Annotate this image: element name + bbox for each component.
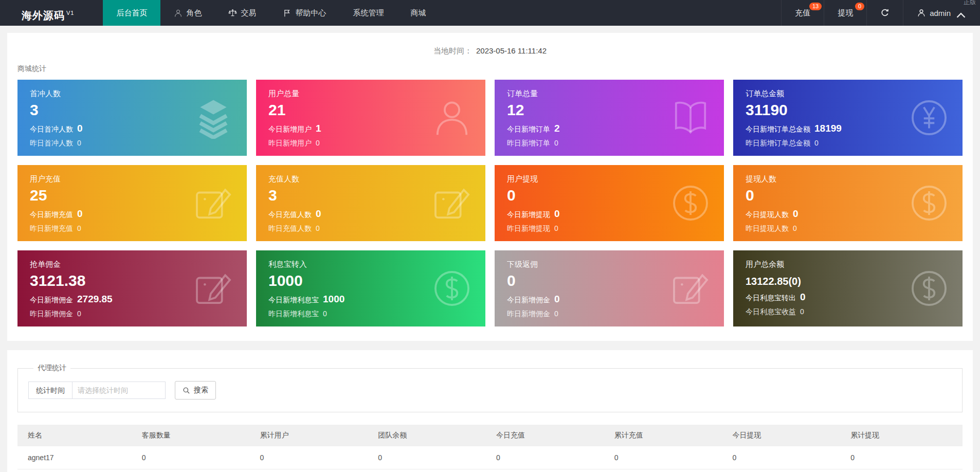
withdraw-badge: 0	[855, 3, 864, 10]
refresh-button[interactable]	[866, 0, 903, 26]
stat-card-yesterday-line: 昨日新增提现0	[507, 224, 712, 233]
withdraw-label: 提现	[838, 8, 853, 18]
table-header-cell: 今日提现	[727, 425, 845, 446]
edit-icon	[192, 267, 234, 310]
yesterday-value: 0	[323, 310, 327, 318]
yesterday-label: 昨日新增充值	[30, 224, 73, 233]
stat-card-total-order-amount: 订单总金额31190今日新增订单总金额18199昨日新增订单总金额0	[733, 80, 963, 156]
dollar-icon	[669, 182, 712, 224]
nav-item-help[interactable]: 帮助中心	[269, 0, 339, 26]
today-value: 0	[77, 208, 83, 220]
nav-item-home[interactable]: 后台首页	[103, 0, 160, 26]
yesterday-value: 0	[800, 307, 804, 316]
agent-table-head: 姓名客服数量累计用户团队余额今日充值累计充值今日提现累计提现	[17, 425, 963, 446]
today-label: 今日首冲人数	[30, 125, 73, 134]
stat-card-order-commission: 抢单佣金3121.38今日新增佣金2729.85昨日新增佣金0	[17, 250, 247, 326]
local-time: 当地时间：2023-05-16 11:11:42	[17, 46, 963, 56]
recharge-label: 充值	[795, 8, 810, 18]
nav-item-system[interactable]: 系统管理	[339, 0, 397, 26]
nav-item-mall[interactable]: 商城	[397, 0, 439, 26]
nav-item-label: 帮助中心	[295, 8, 326, 18]
yen-icon	[908, 97, 950, 139]
table-header-cell: 累计提现	[844, 425, 963, 446]
dollar-icon	[431, 267, 473, 310]
yesterday-value: 0	[554, 224, 558, 232]
table-header-cell: 姓名	[17, 425, 136, 446]
edit-icon	[431, 182, 473, 224]
nav-item-label: 商城	[410, 8, 426, 18]
watermark-text: 正版	[964, 0, 976, 7]
top-navbar: 海外源码V1 后台首页角色交易帮助中心系统管理商城 充值 13 提现 0 adm…	[0, 0, 980, 26]
today-value: 0	[800, 292, 806, 303]
today-label: 今日新增订单总金额	[746, 125, 810, 134]
today-value: 0	[554, 208, 560, 220]
today-label: 今日提现人数	[746, 210, 789, 220]
stat-card-yesterday-line: 昨日新增订单总金额0	[746, 139, 950, 148]
table-header-cell: 团队余额	[372, 425, 490, 446]
yesterday-label: 昨日新增佣金	[30, 310, 73, 319]
recharge-button[interactable]: 充值 13	[781, 0, 824, 26]
today-value: 2729.85	[77, 294, 113, 305]
yesterday-value: 0	[814, 139, 819, 147]
person-icon	[431, 97, 473, 139]
chevron-up-icon	[956, 11, 963, 15]
yesterday-value: 0	[77, 139, 81, 147]
search-icon	[183, 387, 190, 394]
filter-label: 统计时间	[28, 382, 72, 399]
table-cell: 0	[372, 446, 490, 469]
agent-filter-row: 统计时间 搜索	[28, 381, 952, 400]
edit-icon	[669, 267, 712, 310]
dollar-icon	[908, 182, 950, 224]
stat-card-yesterday-line: 昨日新增订单0	[507, 139, 712, 148]
yesterday-value: 0	[316, 224, 320, 232]
stat-cards-grid: 首冲人数3今日首冲人数0昨日首冲人数0用户总量21今日新增用户1昨日新增用户0订…	[17, 80, 963, 326]
yesterday-label: 昨日新增用户	[268, 139, 312, 148]
table-row: agnet170000000	[17, 446, 963, 469]
stat-card-recharge-users: 充值人数3今日充值人数0昨日充值人数0	[256, 165, 485, 241]
today-value: 1	[316, 123, 321, 134]
table-header-cell: 客服数量	[136, 425, 254, 446]
yesterday-value: 0	[316, 139, 320, 147]
stat-card-first-charge-users: 首冲人数3今日首冲人数0昨日首冲人数0	[17, 80, 247, 156]
agent-stats-legend: 代理统计	[33, 364, 70, 373]
today-value: 0	[793, 208, 798, 220]
stat-card-yesterday-line: 昨日新增充值0	[30, 224, 234, 233]
nav-item-trade[interactable]: 交易	[215, 0, 269, 26]
nav-item-roles[interactable]: 角色	[160, 0, 215, 26]
page-content: 当地时间：2023-05-16 11:11:42 商城统计 首冲人数3今日首冲人…	[0, 26, 980, 472]
stat-card-total-orders: 订单总量12今日新增订单2昨日新增订单0	[495, 80, 724, 156]
today-value: 0	[316, 208, 321, 220]
table-cell: 0	[727, 446, 845, 469]
withdraw-button[interactable]: 提现 0	[824, 0, 866, 26]
main-menu: 后台首页角色交易帮助中心系统管理商城	[103, 0, 439, 26]
today-value: 0	[554, 294, 560, 305]
stat-card-yesterday-line: 昨日新增用户0	[268, 139, 473, 148]
yesterday-value: 0	[77, 310, 81, 318]
search-button[interactable]: 搜索	[175, 381, 216, 400]
brand-version: V1	[66, 10, 74, 16]
yesterday-value: 0	[554, 310, 558, 318]
stat-card-user-total-balance: 用户总余额13122.85(0)今日利息宝转出0今日利息宝收益0	[733, 250, 963, 326]
today-label: 今日新增订单	[507, 125, 550, 134]
recharge-badge: 13	[809, 3, 822, 10]
table-cell: 0	[136, 446, 254, 469]
stat-time-input[interactable]	[72, 382, 166, 399]
yesterday-value: 0	[793, 224, 797, 232]
stat-card-user-recharge: 用户充值25今日新增充值0昨日新增充值0	[17, 165, 247, 241]
stat-card-interest-transfer-in: 利息宝转入1000今日新增利息宝1000昨日新增利息宝0	[256, 250, 485, 326]
table-header-cell: 累计用户	[254, 425, 372, 446]
stats-panel: 当地时间：2023-05-16 11:11:42 商城统计 首冲人数3今日首冲人…	[7, 33, 973, 341]
user-icon	[917, 8, 926, 17]
brand-text: 海外源码	[22, 10, 65, 21]
stat-card-yesterday-line: 昨日新增佣金0	[30, 310, 234, 319]
stat-card-total-users: 用户总量21今日新增用户1昨日新增用户0	[256, 80, 485, 156]
today-label: 今日新增用户	[268, 125, 312, 134]
table-header-cell: 累计充值	[608, 425, 727, 446]
agent-panel: 代理统计 统计时间 搜索 姓名客服数量累计用户团队余额今日充值累计充值今日提现累…	[7, 350, 973, 472]
yesterday-label: 昨日新增佣金	[507, 310, 550, 319]
refresh-icon	[880, 8, 890, 17]
table-cell: 0	[254, 446, 372, 469]
nav-item-label: 系统管理	[353, 8, 384, 18]
yesterday-label: 昨日充值人数	[268, 224, 312, 233]
stat-card-yesterday-line: 昨日首冲人数0	[30, 139, 234, 148]
